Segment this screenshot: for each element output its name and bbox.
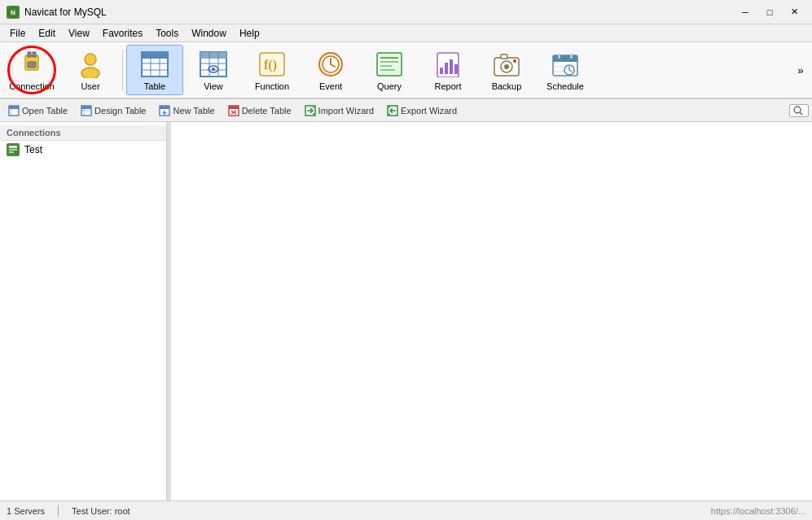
svg-rect-46	[570, 54, 573, 59]
main-area: Connections Test	[0, 122, 812, 500]
tool-event-label: Event	[319, 81, 342, 91]
svg-rect-3	[28, 52, 31, 57]
menu-file[interactable]: File	[3, 26, 32, 41]
function-icon: f()	[257, 50, 287, 79]
search-icon	[793, 106, 803, 116]
server-count: 1 Servers	[7, 506, 45, 516]
menu-edit[interactable]: Edit	[32, 26, 62, 41]
search-button[interactable]	[789, 104, 809, 117]
app-title: Navicat for MySQL	[24, 7, 107, 18]
event-icon	[316, 50, 345, 79]
close-button[interactable]: ✕	[783, 4, 805, 20]
svg-rect-56	[81, 106, 91, 109]
view-icon	[199, 50, 228, 79]
tool-view-label: View	[204, 81, 223, 91]
menu-favorites[interactable]: Favorites	[96, 26, 149, 41]
import-wizard-button[interactable]: Import Wizard	[300, 103, 379, 118]
tool-user[interactable]: User	[62, 45, 119, 95]
new-table-button[interactable]: New Table	[154, 103, 219, 118]
svg-point-40	[504, 64, 509, 69]
status-bar: 1 Servers Test User: root https://localh…	[0, 500, 812, 520]
tool-query[interactable]: Query	[361, 45, 418, 95]
import-wizard-label: Import Wizard	[318, 106, 374, 116]
connection-wrapper: Connection	[3, 45, 60, 95]
delete-table-button[interactable]: Delete Table	[223, 103, 296, 118]
menu-tools[interactable]: Tools	[149, 26, 185, 41]
svg-rect-34	[440, 68, 443, 74]
maximize-button[interactable]: □	[758, 4, 781, 20]
report-icon	[433, 50, 463, 79]
tool-query-label: Query	[377, 81, 402, 91]
status-url: https://localhost:3306/...	[711, 506, 805, 516]
content-area	[171, 122, 812, 500]
tool-report-label: Report	[434, 81, 461, 91]
sidebar: Connections Test	[0, 122, 167, 500]
svg-rect-37	[454, 64, 458, 74]
svg-rect-5	[28, 62, 36, 68]
open-table-icon	[8, 105, 20, 116]
tool-backup-label: Backup	[492, 81, 522, 91]
svg-rect-4	[33, 52, 36, 57]
tool-schedule[interactable]: Schedule	[537, 45, 594, 95]
status-divider-1	[58, 505, 59, 517]
new-table-label: New Table	[173, 106, 214, 116]
window-controls[interactable]: ─ □ ✕	[734, 4, 805, 20]
menu-window[interactable]: Window	[185, 26, 233, 41]
status-url-text: https://localhost:3306/...	[711, 506, 805, 516]
tool-table[interactable]: Table	[126, 45, 183, 95]
svg-rect-41	[501, 55, 507, 59]
menu-view[interactable]: View	[62, 26, 96, 41]
sidebar-header: Connections	[0, 125, 166, 141]
tool-connection[interactable]: Connection	[3, 45, 60, 95]
svg-text:f(): f()	[264, 58, 277, 72]
tool-event[interactable]: Event	[302, 45, 359, 95]
svg-line-76	[800, 112, 802, 115]
svg-rect-15	[200, 52, 226, 59]
status-servers: 1 Servers	[7, 506, 45, 516]
connection-icon	[17, 50, 46, 79]
svg-rect-53	[9, 106, 19, 109]
design-table-label: Design Table	[94, 106, 146, 116]
tool-view[interactable]: View	[185, 45, 242, 95]
toolbar-sep-1	[122, 50, 123, 90]
action-bar: Open Table Design Table New Table	[0, 99, 812, 122]
tool-table-label: Table	[144, 81, 165, 91]
backup-icon	[492, 50, 521, 79]
delete-table-label: Delete Table	[242, 106, 292, 116]
schedule-icon	[551, 50, 580, 79]
toolbar-more-button[interactable]: »	[792, 58, 809, 82]
tool-report[interactable]: Report	[419, 45, 476, 95]
query-icon	[375, 50, 404, 79]
new-table-icon	[159, 105, 170, 116]
svg-rect-60	[160, 106, 169, 109]
svg-rect-79	[9, 149, 17, 151]
connection-info: Test User: root	[72, 506, 130, 516]
status-connection: Test User: root	[72, 506, 130, 516]
delete-table-icon	[228, 105, 239, 116]
sidebar-item-test[interactable]: Test	[0, 141, 166, 159]
svg-rect-35	[445, 63, 448, 74]
svg-rect-45	[558, 54, 560, 59]
svg-rect-78	[9, 146, 17, 148]
svg-point-42	[513, 59, 516, 63]
tool-user-label: User	[81, 81, 99, 91]
table-icon	[140, 50, 169, 79]
export-wizard-label: Export Wizard	[401, 106, 457, 116]
toolbar: Connection User	[0, 42, 812, 99]
sidebar-item-test-label: Test	[24, 144, 42, 155]
design-table-button[interactable]: Design Table	[76, 103, 151, 118]
import-wizard-icon	[305, 105, 316, 116]
open-table-button[interactable]: Open Table	[3, 103, 72, 118]
svg-rect-80	[9, 151, 14, 153]
tool-backup[interactable]: Backup	[478, 45, 535, 95]
menu-help[interactable]: Help	[233, 26, 266, 41]
menu-bar: File Edit View Favorites Tools Window He…	[0, 24, 812, 42]
tool-function[interactable]: f() Function	[244, 45, 301, 95]
svg-point-75	[794, 107, 801, 113]
minimize-button[interactable]: ─	[734, 4, 757, 20]
svg-rect-36	[450, 59, 453, 74]
svg-text:N: N	[11, 9, 15, 16]
svg-point-7	[81, 68, 99, 78]
tool-connection-label: Connection	[9, 81, 55, 91]
export-wizard-button[interactable]: Export Wizard	[382, 103, 462, 118]
